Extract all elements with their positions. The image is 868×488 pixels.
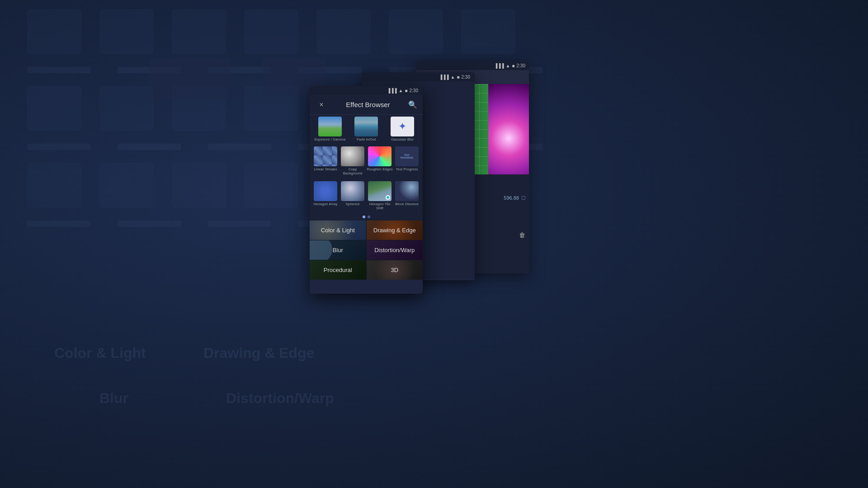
category-drawing-edge[interactable]: Drawing & Edge xyxy=(367,221,423,240)
bg-category-text-2: Drawing & Edge xyxy=(203,345,314,361)
effect-thumb-exposure xyxy=(318,117,342,136)
effect-label-copybg: Copy Background xyxy=(340,167,366,176)
effect-browser-title: Effect Browser xyxy=(346,101,390,108)
effect-label-spherize: Spherize xyxy=(345,202,360,206)
effect-browser-header: × Effect Browser 🔍 xyxy=(310,95,423,115)
effects-grid-row2: Linear Streaks Copy Background Roughen E… xyxy=(310,144,423,178)
category-drawing-edge-label: Drawing & Edge xyxy=(373,227,416,234)
effect-item-roughen[interactable]: Roughen Edges xyxy=(367,146,393,176)
trash-icon[interactable]: 🗑 xyxy=(519,231,525,239)
category-distortion-warp[interactable]: Distortion/Warp xyxy=(367,240,423,260)
effect-thumb-textprog xyxy=(395,146,419,166)
close-button[interactable]: × xyxy=(315,99,328,111)
coordinate-value: 596.88 xyxy=(504,195,519,201)
effect-thumb-copybg xyxy=(341,146,364,166)
flower-petals xyxy=(488,84,529,174)
page-dot-2[interactable] xyxy=(368,216,370,218)
effect-label-textprog: Text Progress xyxy=(396,167,418,172)
wifi-icon: ▲ xyxy=(506,63,510,68)
effect-item-fadeinout[interactable]: Fade In/Out xyxy=(349,117,384,142)
effect-item-exposure[interactable]: Exposure / Gamma xyxy=(312,117,348,142)
effect-thumb-roughen xyxy=(368,146,392,166)
time-eb: 2:30 xyxy=(410,88,418,93)
category-3d[interactable]: 3D xyxy=(367,260,423,280)
signal-icon-eb: ▐▐▐ xyxy=(387,88,396,93)
bg-category-text-3: Blur xyxy=(99,390,128,407)
flower-thumbnail xyxy=(488,84,529,174)
edit-panel-statusbar: ▐▐▐ ▲ ■ 2:30 xyxy=(416,61,529,70)
time-display: 2:30 xyxy=(517,63,525,68)
effect-item-hex-tile[interactable]: Hexagon Tile Shift xyxy=(367,181,393,211)
effect-browser-panel: ▐▐▐ ▲ ■ 2:30 × Effect Browser 🔍 Exposure… xyxy=(310,86,423,294)
battery-icon-eb: ■ xyxy=(405,88,407,93)
category-procedural-label: Procedural xyxy=(324,267,352,273)
effect-item-spherize[interactable]: Spherize xyxy=(340,181,366,211)
category-color-light[interactable]: Color & Light xyxy=(310,221,366,240)
effect-item-block-dissolve[interactable]: Block Dissolve xyxy=(394,181,420,211)
effect-thumb-fadeinout xyxy=(354,117,378,136)
signal-icon: ▐▐▐ xyxy=(494,63,504,68)
effect-item-hexagon-array[interactable]: Hexagon Array xyxy=(312,181,339,211)
effect-item-text-progress[interactable]: Text Progress xyxy=(394,146,420,176)
effect-item-copy-bg[interactable]: Copy Background xyxy=(340,146,366,176)
corner-icon xyxy=(522,196,525,200)
category-procedural[interactable]: Procedural xyxy=(310,260,366,280)
bg-panel-depth-1 xyxy=(149,59,231,99)
effect-label-exposure: Exposure / Gamma xyxy=(315,137,346,142)
effect-thumb-spherize xyxy=(341,181,364,201)
category-3d-label: 3D xyxy=(391,267,398,273)
middle-statusbar: ▐▐▐ ▲ ■ 2:30 xyxy=(362,72,475,81)
pagination-dots xyxy=(310,213,423,221)
effect-thumb-hexarray xyxy=(314,181,337,201)
time-mid: 2:30 xyxy=(462,75,470,80)
effect-label-hextile: Hexagon Tile Shift xyxy=(367,202,393,211)
effect-item-linear-streaks[interactable]: Linear Streaks xyxy=(312,146,339,176)
effect-label-fadeinout: Fade In/Out xyxy=(357,137,376,142)
category-blur-label: Blur xyxy=(333,247,343,253)
close-icon: × xyxy=(319,101,323,109)
page-dot-1[interactable] xyxy=(363,216,365,218)
effect-browser-statusbar: ▐▐▐ ▲ ■ 2:30 xyxy=(310,86,423,95)
wifi-icon-mid: ▲ xyxy=(451,75,455,80)
effect-thumb-gaussian xyxy=(391,117,414,136)
effect-label-hexarray: Hexagon Array xyxy=(314,202,338,206)
wifi-icon-eb: ▲ xyxy=(399,88,403,93)
effect-categories: Color & Light Drawing & Edge Blur Distor… xyxy=(310,221,423,280)
effect-label-blockdissolve: Block Dissolve xyxy=(395,202,419,206)
effects-grid-row3: Hexagon Array Spherize Hexagon Tile Shif… xyxy=(310,178,423,213)
effect-label-streaks: Linear Streaks xyxy=(314,167,337,172)
effect-thumb-blockdissolve xyxy=(395,181,419,201)
search-icon: 🔍 xyxy=(408,101,417,108)
battery-icon-mid: ■ xyxy=(457,75,459,80)
effect-item-gaussian[interactable]: Gaussian Blur xyxy=(385,117,420,142)
bg-category-text-4: Distortion/Warp xyxy=(226,390,334,407)
category-distortion-warp-label: Distortion/Warp xyxy=(374,247,415,253)
effect-label-roughen: Roughen Edges xyxy=(367,167,392,172)
signal-icon-mid: ▐▐▐ xyxy=(439,75,448,80)
category-color-light-label: Color & Light xyxy=(321,227,355,234)
category-blur[interactable]: Blur xyxy=(310,240,366,260)
effect-label-gaussian: Gaussian Blur xyxy=(391,137,414,142)
effect-thumb-streaks xyxy=(314,146,337,166)
effect-thumb-hextile xyxy=(368,181,392,201)
battery-icon: ■ xyxy=(512,63,514,68)
search-button[interactable]: 🔍 xyxy=(408,100,417,109)
bg-category-text-1: Color & Light xyxy=(54,345,146,361)
